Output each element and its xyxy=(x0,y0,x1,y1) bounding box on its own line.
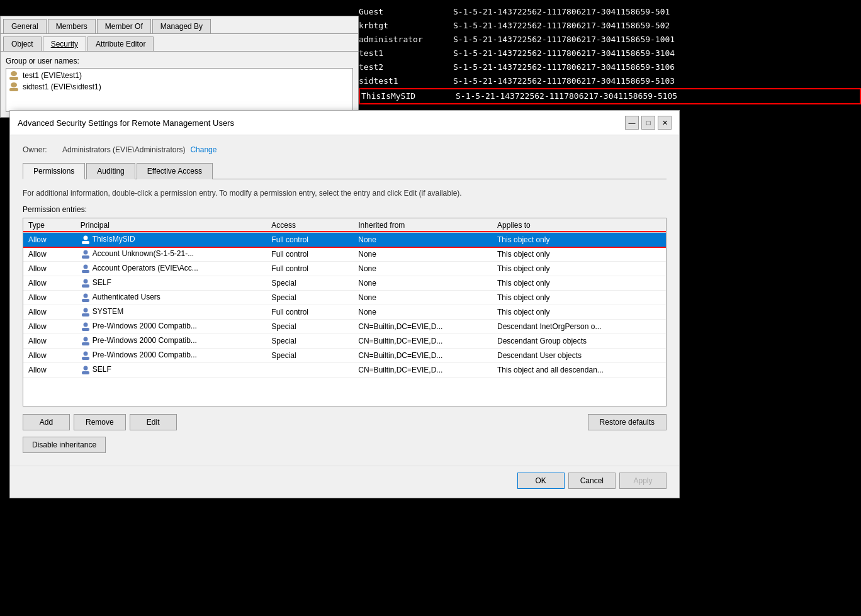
table-row[interactable]: Allow Account Unknown(S-1-5-21-... Full … xyxy=(23,247,666,261)
svg-point-22 xyxy=(83,366,87,370)
sid-name: Guest xyxy=(359,5,441,19)
sid-value: S-1-5-21-143722562-1117806217-3041158659… xyxy=(453,5,670,19)
props-tabs-row1: General Members Member Of Managed By xyxy=(1,16,358,34)
dialog-tabs: Permissions Auditing Effective Access xyxy=(23,163,667,179)
change-link[interactable]: Change xyxy=(190,145,217,154)
close-button[interactable]: ✕ xyxy=(658,116,672,130)
user-icon xyxy=(81,293,91,303)
cell-appliesto: This object only xyxy=(492,247,666,261)
cell-inherited: None xyxy=(353,290,492,305)
user-name: test1 (EVIE\test1) xyxy=(23,71,82,80)
cell-principal: Pre-Windows 2000 Compatib... xyxy=(76,319,267,333)
group-label: Group or user names: xyxy=(6,57,353,65)
table-row[interactable]: Allow Pre-Windows 2000 Compatib... Speci… xyxy=(23,319,666,333)
permission-table: Type Principal Access Inherited from App… xyxy=(23,218,666,378)
col-header-access: Access xyxy=(266,218,353,233)
props-tabs-row2: Object Security Attribute Editor xyxy=(1,34,358,52)
perm-entries-label: Permission entries: xyxy=(23,205,667,214)
tab-member-of[interactable]: Member Of xyxy=(97,19,151,33)
cell-access: Special xyxy=(266,276,353,290)
sid-value: S-1-5-21-143722562-1117806217-3041158659… xyxy=(456,89,677,103)
tab-attribute-editor[interactable]: Attribute Editor xyxy=(87,36,154,51)
tab-auditing[interactable]: Auditing xyxy=(86,163,135,179)
add-button[interactable]: Add xyxy=(23,414,70,430)
user-icon xyxy=(9,70,19,81)
user-icon xyxy=(81,307,91,317)
svg-point-8 xyxy=(83,264,87,269)
cell-appliesto: This object only xyxy=(492,232,666,247)
user-icon xyxy=(9,82,19,92)
cell-appliesto: This object only xyxy=(492,276,666,290)
owner-row: Owner: Administrators (EVIE\Administrato… xyxy=(23,145,667,154)
restore-defaults-button[interactable]: Restore defaults xyxy=(588,414,667,430)
tab-effective-access[interactable]: Effective Access xyxy=(137,163,213,179)
cell-type: Allow xyxy=(23,247,76,261)
col-header-inherited: Inherited from xyxy=(353,218,492,233)
svg-rect-19 xyxy=(82,342,89,345)
cell-principal: SELF xyxy=(76,276,267,290)
user-icon xyxy=(81,264,91,274)
svg-rect-23 xyxy=(82,371,89,374)
apply-button[interactable]: Apply xyxy=(619,473,667,489)
user-name: sidtest1 (EVIE\sidtest1) xyxy=(23,82,101,91)
permission-table-container[interactable]: Type Principal Access Inherited from App… xyxy=(23,218,667,406)
cell-appliesto: This object only xyxy=(492,290,666,305)
tab-managed-by[interactable]: Managed By xyxy=(152,19,211,33)
cell-principal: SELF xyxy=(76,362,267,377)
svg-rect-17 xyxy=(82,328,89,331)
cell-type: Allow xyxy=(23,290,76,305)
edit-button[interactable]: Edit xyxy=(130,414,177,430)
svg-rect-11 xyxy=(82,284,89,288)
dialog-body: Owner: Administrators (EVIE\Administrato… xyxy=(10,135,679,463)
owner-value: Administrators (EVIE\Administrators) xyxy=(62,145,185,154)
minimize-button[interactable]: — xyxy=(625,116,639,130)
disable-inheritance-button[interactable]: Disable inheritance xyxy=(23,437,106,453)
info-text: For additional information, double-click… xyxy=(23,188,667,199)
ok-button[interactable]: OK xyxy=(517,473,565,489)
sid-row: GuestS-1-5-21-143722562-1117806217-30411… xyxy=(359,5,861,19)
sid-name: administrator xyxy=(359,33,441,47)
tab-object[interactable]: Object xyxy=(3,36,42,51)
svg-rect-9 xyxy=(82,270,89,273)
cell-principal: Authenticated Users xyxy=(76,290,267,305)
table-row[interactable]: Allow SYSTEM Full control None This obje… xyxy=(23,305,666,319)
table-row[interactable]: Allow Authenticated Users Special None T… xyxy=(23,290,666,305)
cell-principal: SYSTEM xyxy=(76,305,267,319)
dialog-titlebar: Advanced Security Settings for Remote Ma… xyxy=(10,111,679,135)
svg-point-18 xyxy=(83,337,87,341)
user-icon xyxy=(81,365,91,375)
sid-row: krbtgtS-1-5-21-143722562-1117806217-3041… xyxy=(359,19,861,33)
table-row[interactable]: Allow Pre-Windows 2000 Compatib... Speci… xyxy=(23,348,666,362)
cell-appliesto: Descendant InetOrgPerson o... xyxy=(492,319,666,333)
table-row[interactable]: Allow SELF CN=Builtin,DC=EVIE,D... This … xyxy=(23,362,666,377)
dialog-footer: OK Cancel Apply xyxy=(10,466,679,498)
cell-principal: Account Unknown(S-1-5-21-... xyxy=(76,247,267,261)
user-list-box[interactable]: test1 (EVIE\test1) sidtest1 (EVIE\sidtes… xyxy=(6,68,353,112)
tab-security[interactable]: Security xyxy=(43,36,86,51)
table-row[interactable]: Allow SELF Special None This object only xyxy=(23,276,666,290)
table-row[interactable]: Allow Account Operators (EVIE\Acc... Ful… xyxy=(23,261,666,276)
advanced-security-dialog: Advanced Security Settings for Remote Ma… xyxy=(9,110,680,498)
cell-access: Special xyxy=(266,319,353,333)
table-header: Type Principal Access Inherited from App… xyxy=(23,218,666,233)
svg-rect-3 xyxy=(9,88,18,91)
sid-name: test2 xyxy=(359,60,441,74)
cancel-button[interactable]: Cancel xyxy=(568,473,616,489)
col-header-principal: Principal xyxy=(76,218,267,233)
table-row[interactable]: Allow ThisIsMySID Full control None This… xyxy=(23,232,666,247)
cell-principal: ThisIsMySID xyxy=(76,232,267,247)
sid-name: krbtgt xyxy=(359,19,441,33)
remove-button[interactable]: Remove xyxy=(74,414,126,430)
svg-point-16 xyxy=(83,322,87,327)
cell-type: Allow xyxy=(23,319,76,333)
tab-members[interactable]: Members xyxy=(48,19,96,33)
sid-value: S-1-5-21-143722562-1117806217-3041158659… xyxy=(453,74,675,88)
cell-principal: Pre-Windows 2000 Compatib... xyxy=(76,333,267,348)
user-icon xyxy=(81,350,91,361)
tab-general[interactable]: General xyxy=(3,19,47,33)
table-row[interactable]: Allow Pre-Windows 2000 Compatib... Speci… xyxy=(23,333,666,348)
restore-button[interactable]: □ xyxy=(641,116,655,130)
tab-permissions[interactable]: Permissions xyxy=(23,163,85,179)
cell-access xyxy=(266,362,353,377)
props-content: Group or user names: test1 (EVIE\test1) … xyxy=(1,52,358,117)
